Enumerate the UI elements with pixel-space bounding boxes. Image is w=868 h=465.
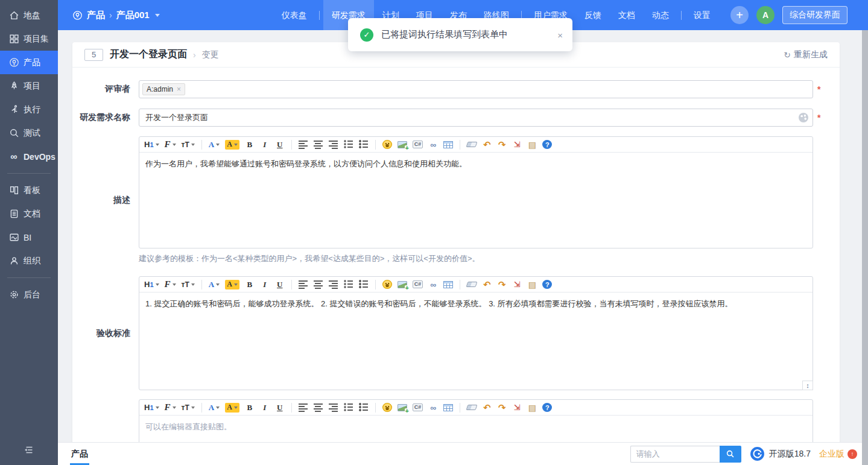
help-icon[interactable]: ? — [542, 403, 552, 412]
align-right-icon[interactable] — [329, 403, 338, 412]
ordered-list-icon[interactable] — [344, 403, 353, 412]
emoticons-icon[interactable] — [382, 280, 392, 289]
tag-remove-icon[interactable]: × — [177, 86, 181, 93]
font-color-icon[interactable]: A — [209, 280, 220, 289]
story-name-input[interactable] — [139, 109, 813, 127]
sidebar-item-project[interactable]: 项目 — [0, 74, 58, 98]
sidebar-item-admin[interactable]: 后台 — [0, 283, 58, 306]
breadcrumb-current[interactable]: 产品001 — [116, 10, 150, 21]
workbench-button[interactable]: 综合研发界面 — [782, 6, 847, 24]
sidebar-item-org[interactable]: 组织 — [0, 249, 58, 273]
nav-tab-dashboard[interactable]: 仪表盘 — [273, 0, 315, 30]
undo-icon[interactable]: ↶ — [482, 280, 492, 289]
nav-tab-dynamic[interactable]: 动态 — [644, 0, 677, 30]
sidebar-collapse-button[interactable] — [0, 442, 58, 460]
insert-link-icon[interactable]: ∞ — [428, 140, 438, 150]
sidebar-item-kanban[interactable]: 看板 — [0, 179, 58, 202]
insert-link-icon[interactable]: ∞ — [428, 403, 438, 413]
font-color-icon[interactable]: A — [209, 403, 220, 413]
font-family-icon[interactable]: F — [165, 140, 176, 150]
align-right-icon[interactable] — [329, 280, 338, 289]
undo-icon[interactable]: ↶ — [482, 140, 492, 150]
footer-tab-product[interactable]: 产品 — [70, 443, 89, 465]
sidebar-item-execution[interactable]: 执行 — [0, 98, 58, 121]
background-color-icon[interactable]: A — [225, 403, 239, 413]
fullscreen-icon[interactable]: ⇲ — [512, 140, 522, 150]
font-family-icon[interactable]: F — [165, 403, 176, 413]
paste-text-icon[interactable]: ▤ — [527, 280, 537, 289]
nav-tab-settings[interactable]: 设置 — [685, 0, 719, 30]
underline-icon[interactable]: U — [275, 280, 285, 289]
reviewer-input[interactable]: A:admin × — [139, 80, 813, 98]
heading-icon[interactable]: H1 — [144, 403, 159, 413]
description-editor-body[interactable]: 作为一名用户，我希望能够通过账号和密码登录系统，以方便访问个人信息和使用相关功能… — [139, 153, 813, 248]
regenerate-button[interactable]: ↻ 重新生成 — [784, 49, 828, 60]
sidebar-item-devops[interactable]: ∞ DevOps — [0, 145, 58, 168]
sidebar-item-test[interactable]: 测试 — [0, 121, 58, 145]
fullscreen-icon[interactable]: ⇲ — [512, 403, 522, 413]
align-center-icon[interactable] — [314, 403, 323, 412]
font-family-icon[interactable]: F — [165, 280, 176, 289]
insert-image-icon[interactable] — [398, 141, 407, 148]
redo-icon[interactable]: ↷ — [497, 403, 507, 413]
font-size-icon[interactable]: тT — [182, 403, 195, 413]
breadcrumb-section[interactable]: 产品 — [87, 10, 105, 21]
font-size-icon[interactable]: тT — [182, 140, 195, 150]
remove-format-icon[interactable] — [466, 282, 478, 287]
help-icon[interactable]: ? — [542, 280, 552, 289]
align-left-icon[interactable] — [299, 403, 308, 412]
avatar[interactable]: A — [756, 6, 775, 24]
align-left-icon[interactable] — [299, 140, 308, 149]
code-block-icon[interactable]: C# — [413, 141, 423, 148]
heading-icon[interactable]: H1 — [144, 140, 159, 150]
brand[interactable]: 开源版18.7 — [750, 446, 811, 461]
sidebar-item-bi[interactable]: BI — [0, 226, 58, 249]
sidebar-item-home[interactable]: 地盘 — [0, 4, 58, 27]
ordered-list-icon[interactable] — [344, 140, 353, 149]
redo-icon[interactable]: ↷ — [497, 280, 507, 289]
nav-tab-feedback[interactable]: 反馈 — [576, 0, 610, 30]
underline-icon[interactable]: U — [275, 403, 285, 413]
ordered-list-icon[interactable] — [344, 280, 353, 289]
font-color-icon[interactable]: A — [209, 140, 220, 150]
code-block-icon[interactable]: C# — [413, 280, 423, 288]
background-color-icon[interactable]: A — [225, 280, 239, 289]
insert-image-icon[interactable] — [398, 281, 407, 288]
toast-close-icon[interactable]: × — [557, 30, 563, 39]
redo-icon[interactable]: ↷ — [497, 140, 507, 150]
upgrade-link[interactable]: 企业版 ↑ — [819, 449, 857, 460]
breadcrumb[interactable]: 产品 › 产品001 — [72, 10, 160, 21]
remove-format-icon[interactable] — [466, 142, 478, 147]
sidebar-item-doc[interactable]: 文档 — [0, 202, 58, 226]
sidebar-item-product[interactable]: 产品 — [0, 51, 58, 74]
resize-handle[interactable]: ↕ — [802, 381, 813, 390]
insert-link-icon[interactable]: ∞ — [428, 280, 438, 289]
align-center-icon[interactable] — [314, 140, 323, 149]
unordered-list-icon[interactable] — [359, 280, 369, 289]
heading-icon[interactable]: H1 — [144, 280, 159, 289]
italic-icon[interactable]: I — [260, 140, 270, 150]
search-button[interactable] — [720, 446, 741, 463]
align-right-icon[interactable] — [329, 140, 338, 149]
create-button[interactable]: + — [730, 6, 749, 24]
italic-icon[interactable]: I — [260, 403, 270, 413]
italic-icon[interactable]: I — [260, 280, 270, 289]
emoticons-icon[interactable] — [382, 140, 392, 149]
bold-icon[interactable]: B — [245, 403, 255, 413]
underline-icon[interactable]: U — [275, 140, 285, 150]
font-size-icon[interactable]: тT — [182, 280, 195, 289]
insert-table-icon[interactable] — [443, 404, 453, 411]
scrollbar-thumb[interactable] — [862, 30, 868, 465]
insert-table-icon[interactable] — [443, 141, 453, 148]
nav-tab-doc[interactable]: 文档 — [610, 0, 644, 30]
unordered-list-icon[interactable] — [359, 403, 369, 412]
help-icon[interactable]: ? — [542, 140, 552, 149]
insert-image-icon[interactable] — [398, 404, 407, 411]
background-color-icon[interactable]: A — [225, 140, 239, 150]
insert-table-icon[interactable] — [443, 281, 453, 288]
unordered-list-icon[interactable] — [359, 140, 369, 149]
bold-icon[interactable]: B — [245, 140, 255, 150]
align-left-icon[interactable] — [299, 280, 308, 289]
chevron-down-icon[interactable] — [155, 14, 160, 17]
acceptance-editor-body[interactable]: 1. 提交正确的账号和密码后，能够成功登录系统。 2. 提交错误的账号和密码后，… — [145, 299, 733, 308]
